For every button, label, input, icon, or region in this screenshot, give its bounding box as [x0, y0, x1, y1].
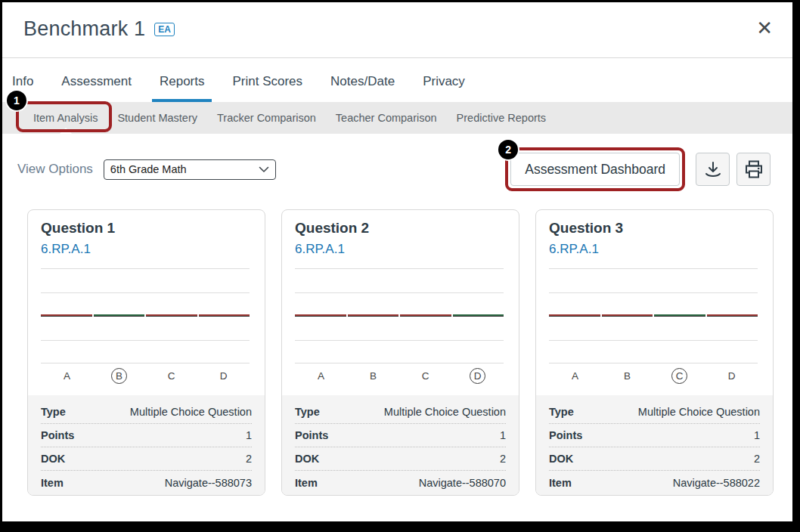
tab-privacy[interactable]: Privacy — [415, 74, 473, 102]
grade-select[interactable]: 6th Grade Math — [104, 159, 276, 180]
chart-baseline — [295, 314, 504, 317]
assessment-dashboard-wrap: Assessment Dashboard 2 — [510, 153, 680, 186]
subtab-student-mastery[interactable]: Student Mastery — [107, 102, 207, 134]
question-title: Question 2 — [295, 220, 506, 237]
choice-label: A — [313, 368, 329, 384]
subtab-predictive-reports[interactable]: Predictive Reports — [447, 102, 556, 134]
answer-distribution-chart — [295, 268, 504, 363]
window-header: Benchmark 1 EA ✕ — [2, 2, 792, 41]
choice-label: D — [216, 368, 231, 384]
choice-axis-labels: A B C D — [41, 363, 250, 388]
detail-value: 1 — [500, 429, 506, 441]
choice-label: B — [619, 368, 635, 384]
detail-label: Type — [41, 406, 66, 418]
question-cards: Question 1 6.RP.A.1 A B C D TypeMultiple… — [2, 187, 792, 496]
detail-value: 2 — [500, 453, 506, 465]
view-options-label: View Options — [17, 162, 93, 177]
detail-row: DOK2 — [41, 447, 252, 471]
answer-distribution-chart — [41, 268, 250, 363]
tab-assessment[interactable]: Assessment — [54, 74, 139, 102]
standard-link[interactable]: 6.RP.A.1 — [41, 242, 91, 257]
subtab-tracker-comparison[interactable]: Tracker Comparison — [207, 102, 326, 134]
detail-label: DOK — [41, 453, 65, 465]
question-card-1: Question 1 6.RP.A.1 A B C D TypeMultiple… — [27, 209, 265, 496]
detail-value: 1 — [754, 429, 760, 441]
detail-label: Item — [295, 477, 318, 489]
choice-label: D — [470, 368, 485, 384]
chevron-down-icon — [259, 166, 269, 173]
detail-label: DOK — [549, 453, 573, 465]
detail-row: TypeMultiple Choice Question — [549, 401, 760, 424]
choice-label: A — [567, 368, 583, 384]
detail-label: Points — [295, 429, 328, 441]
detail-label: Points — [549, 429, 582, 441]
detail-row: Points1 — [295, 424, 506, 447]
question-details: TypeMultiple Choice Question Points1 DOK… — [28, 395, 265, 495]
detail-row: Points1 — [41, 424, 252, 447]
question-title: Question 1 — [41, 220, 252, 237]
choice-label: A — [59, 368, 75, 384]
primary-tab-bar: Info Assessment Reports Print Scores Not… — [2, 58, 792, 102]
detail-value: Multiple Choice Question — [638, 406, 760, 418]
detail-label: Type — [549, 406, 574, 418]
detail-value: Navigate--588070 — [419, 477, 506, 489]
detail-row: ItemNavigate--588022 — [549, 471, 760, 494]
question-details: TypeMultiple Choice Question Points1 DOK… — [536, 395, 773, 495]
print-button[interactable] — [736, 153, 771, 186]
detail-value: Multiple Choice Question — [130, 406, 252, 418]
choice-label: B — [111, 368, 127, 384]
choice-axis-labels: A B C D — [549, 363, 758, 388]
download-icon — [704, 160, 722, 179]
download-button[interactable] — [696, 153, 730, 186]
ea-badge: EA — [154, 23, 175, 36]
subtab-teacher-comparison[interactable]: Teacher Comparison — [326, 102, 447, 134]
detail-label: DOK — [295, 453, 319, 465]
detail-row: DOK2 — [295, 447, 506, 471]
detail-value: 2 — [754, 453, 760, 465]
tab-info[interactable]: Info — [5, 74, 41, 102]
modal-window: Benchmark 1 EA ✕ Info Assessment Reports… — [2, 2, 792, 521]
choice-axis-labels: A B C D — [295, 363, 504, 388]
question-details: TypeMultiple Choice Question Points1 DOK… — [282, 395, 519, 495]
detail-row: ItemNavigate--588073 — [41, 471, 252, 494]
detail-value: Navigate--588073 — [165, 477, 252, 489]
detail-value: 2 — [246, 453, 252, 465]
detail-value: Navigate--588022 — [673, 477, 760, 489]
standard-link[interactable]: 6.RP.A.1 — [549, 242, 599, 257]
detail-label: Item — [41, 477, 64, 489]
detail-row: TypeMultiple Choice Question — [295, 401, 506, 424]
detail-row: Points1 — [549, 424, 760, 447]
tab-notes-date[interactable]: Notes/Date — [323, 74, 402, 102]
window-title: Benchmark 1 — [23, 17, 145, 41]
choice-label: B — [365, 368, 381, 384]
detail-value: Multiple Choice Question — [384, 406, 506, 418]
report-toolbar: View Options 6th Grade Math Assessment D… — [2, 134, 792, 187]
standard-link[interactable]: 6.RP.A.1 — [295, 242, 345, 257]
close-icon[interactable]: ✕ — [752, 17, 777, 39]
detail-row: TypeMultiple Choice Question — [41, 401, 252, 424]
print-icon — [744, 159, 764, 179]
chart-baseline — [549, 314, 758, 317]
detail-row: DOK2 — [549, 447, 760, 471]
answer-distribution-chart — [549, 268, 758, 363]
question-title: Question 3 — [549, 220, 760, 237]
tab-reports[interactable]: Reports — [152, 74, 212, 102]
subtab-item-analysis-label: Item Analysis — [33, 112, 98, 124]
detail-row: ItemNavigate--588070 — [295, 471, 506, 494]
chart-baseline — [41, 314, 250, 317]
choice-label: C — [671, 368, 687, 384]
tab-print-scores[interactable]: Print Scores — [225, 74, 310, 102]
detail-label: Type — [295, 406, 320, 418]
subtab-item-analysis[interactable]: Item Analysis 1 — [23, 102, 107, 134]
grade-select-value: 6th Grade Math — [110, 163, 259, 175]
question-card-3: Question 3 6.RP.A.1 A B C D TypeMultiple… — [535, 209, 774, 496]
detail-label: Points — [41, 429, 74, 441]
assessment-dashboard-button[interactable]: Assessment Dashboard — [510, 153, 680, 186]
choice-label: C — [163, 368, 179, 384]
detail-label: Item — [549, 477, 572, 489]
detail-value: 1 — [246, 429, 252, 441]
question-card-2: Question 2 6.RP.A.1 A B C D TypeMultiple… — [281, 209, 519, 496]
choice-label: C — [417, 368, 433, 384]
reports-subtab-bar: Item Analysis 1 Student Mastery Tracker … — [2, 102, 792, 134]
choice-label: D — [724, 368, 740, 384]
